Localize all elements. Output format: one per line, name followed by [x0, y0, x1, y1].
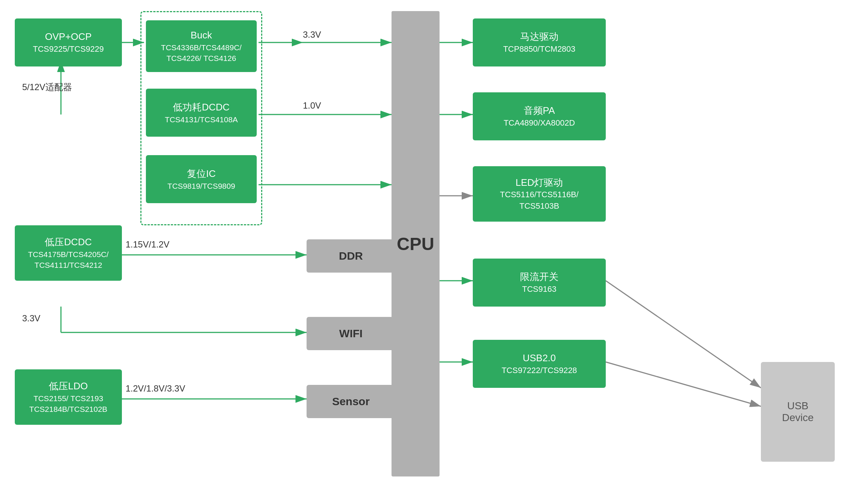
diagram-container: 5/12V适配器 3.3V 1.0V 1.15V/1.2V 3.3V 1.2V/… — [0, 0, 868, 492]
audio-pa-box: 音频PA TCA4890/XA8002D — [473, 92, 606, 140]
ddr-box: DDR — [307, 239, 395, 273]
low-voltage-dcdc-box: 低压DCDC TCS4175B/TCS4205C/ TCS4111/TCS421… — [15, 225, 122, 281]
low-voltage-ldo-line3: TCS2184B/TCS2102B — [29, 404, 107, 414]
v33-mid-label: 3.3V — [22, 313, 40, 324]
ovp-ocp-box: OVP+OCP TCS9225/TCS9229 — [15, 18, 122, 66]
v115-12-label: 1.15V/1.2V — [126, 239, 170, 250]
led-driver-line3: TCS5103B — [519, 201, 559, 212]
current-limit-line2: TCS9163 — [522, 284, 557, 295]
sensor-label: Sensor — [332, 395, 370, 408]
ovp-ocp-line2: TCS9225/TCS9229 — [33, 44, 104, 55]
audio-pa-line1: 音频PA — [524, 104, 555, 117]
usb-device-line2: Device — [782, 412, 814, 424]
current-limit-line1: 限流开关 — [520, 270, 558, 283]
low-voltage-dcdc-line1: 低压DCDC — [45, 235, 92, 249]
low-voltage-ldo-line2: TCS2155/ TCS2193 — [34, 393, 103, 404]
svg-line-18 — [606, 362, 761, 406]
svg-line-17 — [606, 281, 761, 388]
motor-driver-box: 马达驱动 TCP8850/TCM2803 — [473, 18, 606, 66]
reset-ic-line2: TCS9819/TCS9809 — [167, 181, 235, 191]
led-driver-line2: TCS5116/TCS5116B/ — [500, 189, 579, 201]
wifi-label: WIFI — [339, 327, 362, 340]
audio-pa-line2: TCA4890/XA8002D — [503, 117, 575, 129]
reset-ic-box: 复位IC TCS9819/TCS9809 — [146, 155, 257, 203]
buck-box: Buck TCS4336B/TCS4489C/ TCS4226/ TCS4126 — [146, 20, 257, 72]
wifi-box: WIFI — [307, 317, 395, 350]
cpu-label: CPU — [397, 234, 434, 254]
usb-device-box: USB Device — [761, 362, 835, 462]
current-limit-box: 限流开关 TCS9163 — [473, 259, 606, 307]
reset-ic-line1: 复位IC — [187, 167, 216, 180]
motor-driver-line1: 马达驱动 — [520, 30, 558, 43]
led-driver-line1: LED灯驱动 — [516, 176, 563, 189]
low-power-dcdc-line2: TCS4131/TCS4108A — [165, 114, 237, 125]
low-voltage-ldo-box: 低压LDO TCS2155/ TCS2193 TCS2184B/TCS2102B — [15, 369, 122, 425]
low-power-dcdc-box: 低功耗DCDC TCS4131/TCS4108A — [146, 89, 257, 137]
low-voltage-dcdc-line3: TCS4111/TCS4212 — [34, 260, 102, 270]
adapter-label: 5/12V适配器 — [22, 81, 72, 93]
led-driver-box: LED灯驱动 TCS5116/TCS5116B/ TCS5103B — [473, 166, 606, 222]
usb2-line1: USB2.0 — [523, 351, 556, 365]
low-power-dcdc-line1: 低功耗DCDC — [173, 100, 229, 114]
v12-18-33-label: 1.2V/1.8V/3.3V — [126, 383, 185, 394]
usb2-line2: TCS97222/TCS9228 — [502, 365, 577, 376]
low-voltage-dcdc-line2: TCS4175B/TCS4205C/ — [28, 249, 109, 260]
cpu-bar: CPU — [392, 11, 440, 476]
motor-driver-line2: TCP8850/TCM2803 — [503, 44, 575, 55]
low-voltage-ldo-line1: 低压LDO — [49, 379, 88, 393]
usb2-box: USB2.0 TCS97222/TCS9228 — [473, 340, 606, 388]
ovp-ocp-line1: OVP+OCP — [45, 30, 92, 43]
ddr-label: DDR — [339, 250, 363, 262]
buck-line3: TCS4226/ TCS4126 — [167, 53, 236, 64]
v10-label: 1.0V — [303, 100, 321, 111]
buck-line1: Buck — [191, 28, 212, 42]
v33-top-label: 3.3V — [303, 30, 321, 40]
usb-device-line1: USB — [787, 400, 809, 412]
buck-line2: TCS4336B/TCS4489C/ — [161, 42, 242, 53]
sensor-box: Sensor — [307, 385, 395, 418]
